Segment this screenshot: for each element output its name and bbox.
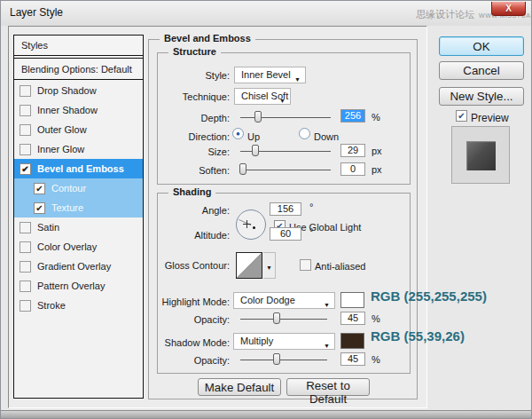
- shadow-mode-value: Multiply: [240, 336, 273, 346]
- window-title: Layer Style: [10, 6, 63, 19]
- style-preview-frame: [451, 126, 510, 184]
- highlight-opacity-unit: %: [372, 313, 380, 324]
- soften-label: Soften:: [152, 165, 230, 176]
- chevron-down-icon: ▼: [324, 338, 330, 353]
- inner-shadow-checkbox[interactable]: [20, 105, 31, 116]
- angle-unit: °: [309, 202, 313, 212]
- pattern-overlay-checkbox[interactable]: [20, 281, 31, 292]
- title-bar: Layer Style 思缘设计论坛 WWW.MISSYUAN.COM X: [1, 1, 531, 26]
- shadow-opacity-field[interactable]: 45: [340, 352, 365, 366]
- technique-dropdown[interactable]: Chisel Soft ▼: [234, 88, 291, 105]
- style-label: Style:: [152, 70, 230, 81]
- angle-center-dot: [253, 226, 255, 229]
- chevron-down-icon: ▼: [294, 72, 301, 87]
- depth-slider-thumb[interactable]: [254, 111, 262, 123]
- soften-slider-thumb[interactable]: [239, 163, 246, 175]
- sidebar-item-satin[interactable]: Satin: [14, 217, 143, 237]
- angle-value-field[interactable]: 156: [270, 202, 301, 216]
- direction-up-label[interactable]: Up: [247, 131, 260, 142]
- shadow-opacity-slider[interactable]: [240, 360, 327, 360]
- stroke-checkbox[interactable]: [20, 300, 31, 312]
- highlight-color-swatch[interactable]: [340, 292, 364, 308]
- style-dropdown-value: Inner Bevel: [241, 69, 291, 80]
- shadow-mode-dropdown[interactable]: Multiply ▼: [233, 333, 335, 350]
- gradient-overlay-checkbox[interactable]: [20, 261, 31, 273]
- shading-group-title: Shading: [168, 186, 215, 197]
- chevron-down-icon: ▼: [266, 265, 272, 271]
- preview-label[interactable]: Preview: [471, 112, 509, 124]
- satin-checkbox[interactable]: [20, 222, 31, 233]
- highlight-opacity-thumb[interactable]: [273, 312, 280, 324]
- sidebar-item-contour[interactable]: ✔ Contour: [14, 178, 143, 198]
- soften-unit: px: [372, 164, 382, 175]
- contour-checkbox[interactable]: ✔: [34, 183, 45, 194]
- direction-up-radio[interactable]: ●: [232, 128, 244, 139]
- sidebar-item-label: Texture: [51, 202, 83, 213]
- sidebar-item-label: Gradient Overlay: [37, 261, 111, 272]
- shadow-rgb-annotation: RGB (55,39,26): [371, 328, 465, 344]
- new-style-button[interactable]: New Style...: [439, 87, 524, 106]
- depth-unit: %: [372, 112, 380, 123]
- size-slider-thumb[interactable]: [252, 145, 259, 156]
- direction-label: Direction:: [152, 131, 230, 142]
- soften-value-field[interactable]: 0: [340, 162, 365, 176]
- sidebar-item-inner-glow[interactable]: Inner Glow: [14, 139, 143, 159]
- direction-down-label[interactable]: Down: [314, 131, 339, 142]
- size-slider[interactable]: [240, 151, 331, 152]
- sidebar-item-pattern-overlay[interactable]: Pattern Overlay: [14, 276, 143, 296]
- altitude-value-field[interactable]: 60: [270, 227, 301, 241]
- angle-dial[interactable]: [236, 210, 266, 240]
- bevel-emboss-checkbox[interactable]: ✔: [20, 163, 31, 175]
- style-preview-thumbnail: [466, 141, 496, 170]
- outer-glow-checkbox[interactable]: [20, 124, 31, 136]
- ok-button[interactable]: OK: [439, 36, 524, 56]
- sidebar-item-drop-shadow[interactable]: Drop Shadow: [14, 81, 143, 100]
- depth-label: Depth:: [152, 113, 230, 123]
- anti-aliased-label[interactable]: Anti-aliased: [315, 261, 365, 272]
- bevel-emboss-group-title: Bevel and Emboss: [160, 33, 255, 43]
- depth-value-field[interactable]: 256: [340, 109, 365, 123]
- sidebar-item-bevel-and-emboss[interactable]: ✔ Bevel and Emboss: [14, 159, 143, 178]
- altitude-unit: °: [309, 226, 313, 237]
- sidebar-item-inner-shadow[interactable]: Inner Shadow: [14, 100, 143, 120]
- depth-slider[interactable]: [240, 117, 331, 118]
- highlight-opacity-slider[interactable]: [240, 319, 327, 320]
- make-default-button[interactable]: Make Default: [198, 378, 281, 396]
- shadow-opacity-thumb[interactable]: [273, 353, 280, 365]
- sidebar-item-stroke[interactable]: Stroke: [14, 296, 143, 315]
- highlight-mode-label: Highlight Mode:: [152, 296, 230, 307]
- structure-group-title: Structure: [168, 46, 221, 57]
- highlight-mode-value: Color Dodge: [240, 295, 295, 305]
- texture-checkbox[interactable]: ✔: [34, 202, 45, 214]
- watermark-cn: 思缘设计论坛: [416, 9, 474, 20]
- gloss-contour-thumbnail[interactable]: [236, 252, 262, 279]
- size-unit: px: [372, 146, 382, 156]
- inner-glow-checkbox[interactable]: [20, 144, 31, 155]
- soften-slider[interactable]: [240, 170, 331, 170]
- gloss-contour-label: Gloss Contour:: [152, 260, 230, 271]
- sidebar-item-label: Inner Glow: [37, 144, 84, 154]
- sidebar-item-gradient-overlay[interactable]: Gradient Overlay: [14, 257, 143, 276]
- preview-checkbox[interactable]: ✔: [456, 110, 467, 122]
- shadow-color-swatch[interactable]: [340, 333, 364, 349]
- direction-down-radio[interactable]: [299, 128, 310, 139]
- drop-shadow-checkbox[interactable]: [20, 85, 31, 97]
- reset-to-default-button[interactable]: Reset to Default: [286, 378, 370, 396]
- highlight-opacity-field[interactable]: 45: [340, 312, 365, 325]
- angle-label: Angle:: [152, 205, 230, 216]
- sidebar-item-blending-options[interactable]: Blending Options: Default: [14, 59, 143, 80]
- sidebar-item-texture[interactable]: ✔ Texture: [14, 198, 143, 217]
- cancel-button[interactable]: Cancel: [439, 61, 524, 80]
- gloss-contour-arrow[interactable]: ▼: [263, 252, 276, 279]
- style-dropdown[interactable]: Inner Bevel ▼: [234, 67, 306, 83]
- sidebar-item-color-overlay[interactable]: Color Overlay: [14, 237, 143, 257]
- color-overlay-checkbox[interactable]: [20, 241, 31, 253]
- sidebar-item-outer-glow[interactable]: Outer Glow: [14, 120, 143, 139]
- close-icon[interactable]: X: [491, 2, 526, 16]
- shadow-opacity-label: Opacity:: [152, 355, 230, 366]
- sidebar-item-label: Pattern Overlay: [37, 281, 105, 291]
- anti-aliased-checkbox[interactable]: [300, 259, 311, 271]
- highlight-mode-dropdown[interactable]: Color Dodge ▼: [233, 292, 335, 309]
- chevron-down-icon: ▼: [324, 297, 330, 312]
- size-value-field[interactable]: 29: [340, 144, 365, 157]
